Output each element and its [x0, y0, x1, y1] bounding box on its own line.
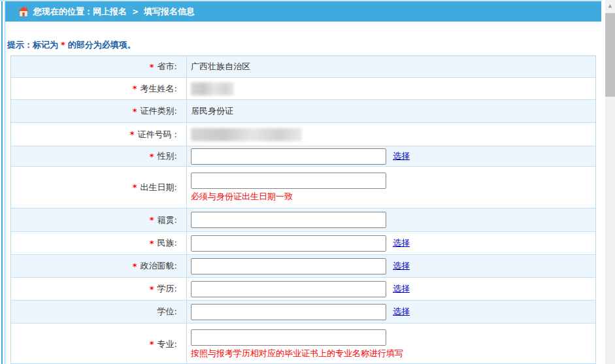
education-label-cell: * 学历: [11, 278, 187, 300]
gender-select-link[interactable]: 选择 [393, 150, 410, 162]
major-label-cell: * 专业: [11, 323, 187, 364]
province-label-cell: * 省市: [11, 56, 187, 77]
scrollbar-up-arrow-icon[interactable]: ▲ [605, 0, 615, 11]
ethnicity-label: 民族: [158, 237, 177, 249]
form-row-political-status: * 政治面貌: 选择 [11, 255, 595, 278]
education-label: 学历: [158, 283, 177, 295]
degree-label-cell: 学位: [11, 301, 187, 323]
page-left-stripe [4, 1, 6, 364]
major-input[interactable] [191, 329, 386, 346]
degree-input[interactable] [191, 304, 386, 320]
ethnicity-select-link[interactable]: 选择 [393, 237, 410, 249]
breadcrumb: 您现在的位置： 网上报名 > 填写报名信息 [5, 1, 601, 22]
birthdate-hint: 必须与身份证出生日期一致 [191, 191, 293, 203]
ethnicity-value-cell: 选择 [187, 232, 595, 254]
id-number-label-cell: * 证件号码 : [11, 123, 187, 146]
degree-label: 学位: [158, 306, 177, 318]
native-place-value-cell [187, 208, 595, 231]
province-label: 省市: [158, 61, 177, 73]
province-value-cell: 广西壮族自治区 [187, 56, 595, 77]
registration-form-table: * 省市: 广西壮族自治区 * 考生姓名: * 证件类别: 居民身份证 * 证件… [10, 56, 596, 364]
required-asterisk: * [133, 182, 137, 192]
candidate-name-label-cell: * 考生姓名: [11, 78, 187, 99]
birthdate-value-cell: 必须与身份证出生日期一致 [187, 167, 595, 208]
scrollbar-thumb[interactable] [605, 13, 615, 97]
political-status-label: 政治面貌: [141, 260, 177, 272]
political-status-input[interactable] [191, 258, 386, 274]
id-number-value-cell [187, 123, 595, 146]
birthdate-input[interactable] [191, 173, 386, 189]
required-asterisk: * [150, 239, 154, 248]
required-fields-tip: 提示：标记为*的部分为必填项。 [7, 39, 136, 51]
required-asterisk: * [133, 84, 137, 93]
required-asterisk: * [150, 62, 154, 72]
form-row-id-number: * 证件号码 : [11, 123, 595, 146]
native-place-label-cell: * 籍贯: [11, 208, 187, 231]
page-left-accent-line [1, 1, 3, 364]
education-value-cell: 选择 [187, 278, 595, 300]
degree-value-cell: 选择 [187, 301, 595, 323]
form-row-province: * 省市: 广西壮族自治区 [11, 56, 595, 78]
masked-candidate-name [191, 82, 234, 95]
province-value: 广西壮族自治区 [191, 61, 250, 73]
birthdate-label: 出生日期: [141, 182, 177, 193]
form-row-native-place: * 籍贯: [11, 208, 595, 232]
id-type-label: 证件类别: [141, 105, 177, 117]
candidate-name-label: 考生姓名: [141, 83, 177, 95]
ethnicity-input[interactable] [191, 235, 386, 252]
gender-input[interactable] [191, 148, 386, 165]
form-row-education: * 学历: 选择 [11, 278, 595, 301]
ethnicity-label-cell: * 民族: [11, 232, 187, 254]
political-status-select-link[interactable]: 选择 [393, 260, 410, 272]
degree-select-link[interactable]: 选择 [393, 306, 410, 318]
id-type-value: 居民身份证 [191, 105, 233, 117]
form-row-candidate-name: * 考生姓名: [11, 78, 595, 100]
gender-label-cell: * 性别: [11, 146, 187, 166]
masked-id-number [191, 128, 302, 141]
tip-text-before: 提示：标记为 [7, 40, 58, 50]
required-asterisk: * [133, 261, 137, 271]
form-row-ethnicity: * 民族: 选择 [11, 232, 595, 255]
required-asterisk: * [150, 215, 154, 225]
vertical-scrollbar[interactable]: ▲ [605, 0, 615, 364]
form-row-major: * 专业: 按照与报考学历相对应的毕业证书上的专业名称进行填写 [11, 323, 595, 364]
breadcrumb-current-page[interactable]: 填写报名信息 [144, 6, 195, 18]
gender-value-cell: 选择 [187, 146, 595, 166]
political-status-label-cell: * 政治面貌: [11, 255, 187, 277]
candidate-name-value-cell [187, 78, 595, 99]
birthdate-label-cell: * 出生日期: [11, 167, 187, 208]
home-icon [18, 7, 29, 16]
gender-label: 性别: [158, 150, 177, 162]
form-row-gender: * 性别: 选择 [11, 146, 595, 167]
id-type-value-cell: 居民身份证 [187, 100, 595, 122]
required-asterisk: * [150, 284, 154, 294]
political-status-value-cell: 选择 [187, 255, 595, 277]
education-input[interactable] [191, 281, 386, 297]
native-place-label: 籍贯: [158, 214, 177, 226]
native-place-input[interactable] [191, 212, 386, 228]
required-asterisk: * [130, 129, 135, 139]
required-asterisk: * [150, 339, 154, 349]
breadcrumb-separator: > [132, 7, 139, 16]
breadcrumb-prefix: 您现在的位置： [33, 6, 93, 18]
id-type-label-cell: * 证件类别: [11, 100, 187, 122]
major-label: 专业: [158, 339, 177, 350]
form-row-degree: 学位: 选择 [11, 301, 595, 323]
breadcrumb-link-online-registration[interactable]: 网上报名 [93, 6, 127, 18]
tip-text-after: 的部分为必填项。 [68, 40, 136, 50]
major-value-cell: 按照与报考学历相对应的毕业证书上的专业名称进行填写 [187, 323, 595, 364]
form-row-id-type: * 证件类别: 居民身份证 [11, 100, 595, 123]
required-asterisk: * [133, 107, 137, 116]
major-hint: 按照与报考学历相对应的毕业证书上的专业名称进行填写 [191, 348, 403, 359]
form-row-birthdate: * 出生日期: 必须与身份证出生日期一致 [11, 167, 595, 208]
id-number-label: 证件号码 : [137, 129, 177, 141]
education-select-link[interactable]: 选择 [393, 283, 410, 295]
required-asterisk: * [150, 152, 154, 161]
tip-asterisk: * [61, 40, 65, 50]
